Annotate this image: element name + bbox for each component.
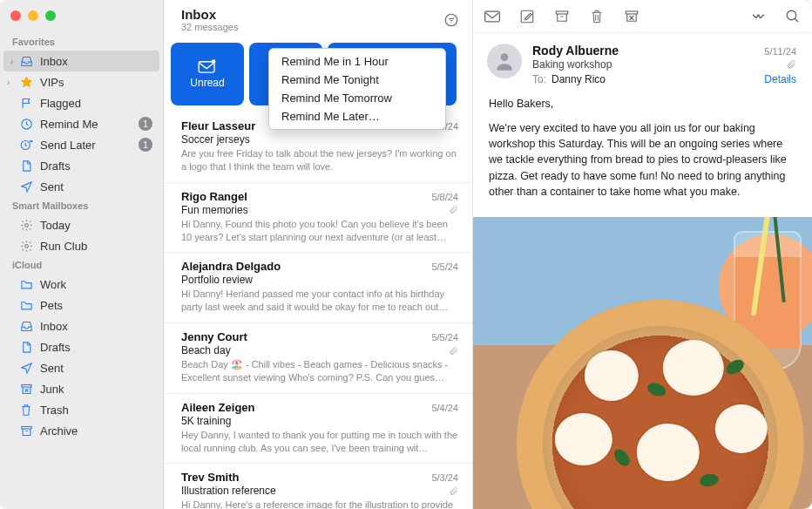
sidebar-item-today[interactable]: Today — [0, 214, 163, 235]
trash-icon — [19, 403, 33, 417]
doc-icon — [19, 340, 33, 354]
sidebar-item-label: Drafts — [40, 159, 156, 173]
popup-item[interactable]: Remind Me Later… — [269, 107, 445, 126]
body-greeting: Hello Bakers, — [489, 96, 796, 112]
attachment-icon — [449, 486, 458, 496]
sidebar-item-label: Drafts — [40, 341, 156, 354]
attachment-icon — [449, 346, 458, 356]
sidebar-item-junk[interactable]: Junk — [0, 378, 163, 399]
sidebar-item-trash[interactable]: Trash — [0, 399, 163, 420]
details-link[interactable]: Details — [764, 73, 796, 85]
msg-from: Rigo Rangel — [181, 190, 431, 203]
msg-from: Jenny Court — [181, 330, 431, 343]
archive-icon — [19, 424, 33, 438]
more-icon[interactable] — [749, 8, 767, 25]
sidebar-item-vips[interactable]: ›VIPs — [0, 71, 163, 92]
message-row[interactable]: Aileen Zeigen5/4/245K trainingHey Danny,… — [164, 394, 472, 465]
folder-icon — [19, 298, 33, 312]
sidebar-item-label: Sent — [40, 362, 156, 375]
header-date: 5/11/24 — [764, 46, 796, 57]
doc-icon — [19, 159, 33, 173]
avatar — [487, 44, 522, 78]
to-label: To: — [532, 73, 546, 85]
minimize-window-button[interactable] — [28, 10, 38, 21]
filter-button[interactable] — [441, 10, 462, 31]
search-icon[interactable] — [784, 8, 802, 25]
sidebar-item-remind-me[interactable]: Remind Me1 — [0, 113, 163, 134]
inbox-icon — [19, 54, 33, 68]
popup-item[interactable]: Remind Me Tonight — [269, 71, 445, 89]
gear-icon — [19, 218, 33, 232]
clock-icon — [19, 117, 33, 131]
body-text: We're very excited to have you all join … — [489, 120, 796, 200]
msg-date: 5/8/24 — [431, 192, 458, 202]
sidebar-item-label: Send Later — [40, 139, 139, 152]
paperplane-icon — [19, 180, 33, 193]
message-row[interactable]: Jenny Court5/5/24Beach dayBeach Day 🏖️ -… — [164, 323, 472, 394]
message-body: Hello Bakers, We're very excited to have… — [473, 94, 812, 217]
close-window-button[interactable] — [10, 10, 21, 21]
svg-point-6 — [445, 14, 457, 26]
svg-point-15 — [501, 53, 509, 61]
msg-from: Alejandra Delgado — [181, 260, 431, 273]
mailbox-title: Inbox — [181, 7, 441, 22]
sidebar-item-send-later[interactable]: Send Later1 — [0, 134, 163, 155]
junk-icon[interactable] — [623, 8, 640, 25]
message-row[interactable]: Rigo Rangel5/8/24Fun memoriesHi Danny, F… — [164, 183, 472, 254]
popup-item[interactable]: Remind Me in 1 Hour — [269, 52, 445, 71]
message-row[interactable]: Alejandra Delgado5/5/24Portfolio reviewH… — [164, 253, 472, 323]
sidebar-item-inbox[interactable]: ›Inbox — [3, 51, 159, 71]
sidebar-item-archive[interactable]: Archive — [0, 420, 163, 441]
attachment-icon — [449, 205, 458, 214]
to-recipient: Danny Rico — [551, 73, 606, 85]
paperplane-icon — [19, 361, 33, 375]
message-header: Rody Albuerne 5/11/24 Baking workshop To… — [473, 33, 812, 94]
sidebar-item-sent[interactable]: Sent — [0, 357, 163, 378]
header-subject: Baking workshop — [532, 58, 612, 71]
svg-rect-12 — [556, 11, 568, 14]
top-cards: Unread Rem Rody Albuerne shop We're very… — [164, 36, 472, 112]
sidebar-item-pets[interactable]: Pets — [0, 295, 163, 316]
msg-preview: Hi Danny! Herland passed me your contact… — [181, 288, 458, 314]
sidebar-item-label: Today — [40, 219, 156, 232]
svg-point-2 — [24, 223, 28, 227]
sidebar-item-run-club[interactable]: Run Club — [0, 235, 163, 256]
reply-icon[interactable] — [484, 8, 501, 25]
msg-subject: Beach day — [181, 344, 231, 356]
flag-icon — [19, 96, 33, 110]
chevron-right-icon[interactable]: › — [7, 78, 10, 87]
zoom-window-button[interactable] — [45, 10, 56, 21]
sidebar-item-drafts[interactable]: Drafts — [0, 336, 163, 357]
msg-date: 5/4/24 — [431, 403, 458, 413]
svg-point-14 — [787, 10, 796, 20]
popup-item[interactable]: Remind Me Tomorrow — [269, 89, 445, 107]
message-row[interactable]: Trev Smith5/3/24Illustration referenceHi… — [164, 464, 472, 509]
msg-from: Trev Smith — [181, 471, 431, 484]
gear-icon — [19, 239, 33, 253]
sidebar-item-label: Sent — [40, 180, 156, 193]
sidebar-item-work[interactable]: Work — [0, 274, 163, 295]
message-list-pane: Inbox 32 messages Unread Rem Rody — [164, 0, 473, 509]
svg-rect-4 — [21, 384, 30, 387]
trash-icon[interactable] — [588, 8, 606, 25]
sidebar-item-label: Junk — [40, 383, 156, 396]
header-from: Rody Albuerne — [532, 44, 764, 58]
sidebar-item-drafts[interactable]: Drafts — [0, 155, 163, 176]
sidebar-item-flagged[interactable]: Flagged — [0, 92, 163, 113]
unread-label: Unread — [190, 77, 224, 89]
compose-icon[interactable] — [518, 8, 536, 25]
msg-preview: Beach Day 🏖️ - Chill vibes - Beach games… — [181, 358, 458, 384]
msg-date: 5/5/24 — [431, 261, 458, 272]
sidebar-item-label: Inbox — [40, 55, 152, 68]
attachment-image[interactable] — [473, 217, 812, 509]
msg-preview: Are you free Friday to talk about the ne… — [181, 147, 458, 173]
envelope-dot-icon — [198, 59, 217, 73]
sidebar-item-sent[interactable]: Sent — [0, 176, 163, 197]
unread-card[interactable]: Unread — [171, 43, 244, 105]
svg-point-3 — [24, 244, 28, 248]
archive-icon[interactable] — [553, 8, 571, 25]
sidebar-item-label: Archive — [40, 424, 156, 438]
sidebar-item-inbox[interactable]: Inbox — [0, 316, 163, 336]
chevron-right-icon[interactable]: › — [10, 57, 13, 66]
sidebar-item-label: Remind Me — [40, 118, 139, 131]
